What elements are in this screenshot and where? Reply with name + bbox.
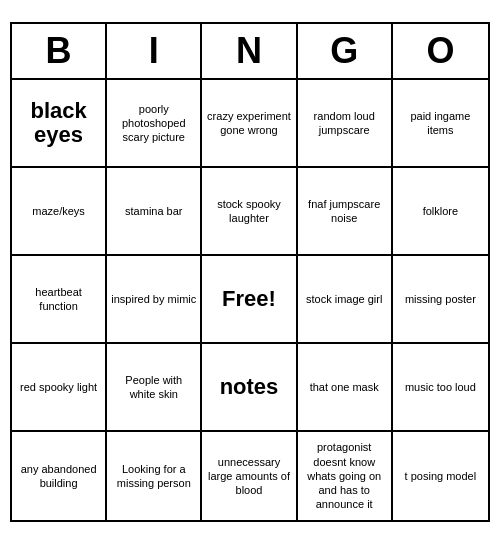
header-letter: N — [202, 24, 297, 78]
bingo-cell: Looking for a missing person — [107, 432, 202, 520]
bingo-cell: protagonist doesnt know whats going on a… — [298, 432, 393, 520]
cell-text: Looking for a missing person — [111, 462, 196, 491]
bingo-cell: random loud jumpscare — [298, 80, 393, 168]
bingo-cell: stock spooky laughter — [202, 168, 297, 256]
cell-text: t posing model — [405, 469, 477, 483]
bingo-cell: missing poster — [393, 256, 488, 344]
bingo-cell: stamina bar — [107, 168, 202, 256]
bingo-cell: notes — [202, 344, 297, 432]
cell-text: stamina bar — [125, 204, 182, 218]
bingo-cell: music too loud — [393, 344, 488, 432]
header-letter: B — [12, 24, 107, 78]
cell-text: maze/keys — [32, 204, 85, 218]
bingo-cell: red spooky light — [12, 344, 107, 432]
bingo-cell: that one mask — [298, 344, 393, 432]
bingo-cell: stock image girl — [298, 256, 393, 344]
cell-text: Free! — [222, 285, 276, 314]
cell-text: music too loud — [405, 380, 476, 394]
bingo-card: BINGO black eyespoorly photoshoped scary… — [10, 22, 490, 522]
cell-text: that one mask — [310, 380, 379, 394]
bingo-cell: crazy experiment gone wrong — [202, 80, 297, 168]
bingo-cell: paid ingame items — [393, 80, 488, 168]
cell-text: stock image girl — [306, 292, 382, 306]
header-letter: G — [298, 24, 393, 78]
bingo-cell: Free! — [202, 256, 297, 344]
bingo-cell: t posing model — [393, 432, 488, 520]
cell-text: any abandoned building — [16, 462, 101, 491]
cell-text: unnecessary large amounts of blood — [206, 455, 291, 498]
cell-text: fnaf jumpscare noise — [302, 197, 387, 226]
cell-text: folklore — [423, 204, 458, 218]
bingo-cell: maze/keys — [12, 168, 107, 256]
cell-text: crazy experiment gone wrong — [206, 109, 291, 138]
header-letter: I — [107, 24, 202, 78]
header-letter: O — [393, 24, 488, 78]
bingo-cell: folklore — [393, 168, 488, 256]
cell-text: random loud jumpscare — [302, 109, 387, 138]
bingo-cell: poorly photoshoped scary picture — [107, 80, 202, 168]
cell-text: red spooky light — [20, 380, 97, 394]
cell-text: inspired by mimic — [111, 292, 196, 306]
cell-text: People with white skin — [111, 373, 196, 402]
bingo-grid: black eyespoorly photoshoped scary pictu… — [12, 80, 488, 520]
cell-text: paid ingame items — [397, 109, 484, 138]
bingo-cell: any abandoned building — [12, 432, 107, 520]
bingo-cell: black eyes — [12, 80, 107, 168]
cell-text: missing poster — [405, 292, 476, 306]
cell-text: black eyes — [16, 99, 101, 147]
bingo-cell: unnecessary large amounts of blood — [202, 432, 297, 520]
bingo-cell: People with white skin — [107, 344, 202, 432]
bingo-header: BINGO — [12, 24, 488, 80]
cell-text: heartbeat function — [16, 285, 101, 314]
bingo-cell: fnaf jumpscare noise — [298, 168, 393, 256]
bingo-cell: inspired by mimic — [107, 256, 202, 344]
bingo-cell: heartbeat function — [12, 256, 107, 344]
cell-text: notes — [220, 375, 279, 399]
cell-text: stock spooky laughter — [206, 197, 291, 226]
cell-text: protagonist doesnt know whats going on a… — [302, 440, 387, 511]
cell-text: poorly photoshoped scary picture — [111, 102, 196, 145]
